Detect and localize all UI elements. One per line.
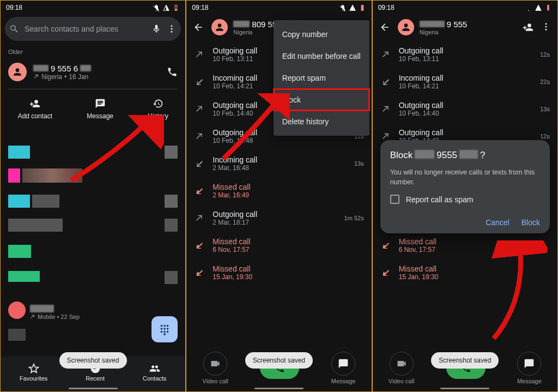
dialog-actions: Cancel Block <box>390 218 540 227</box>
message-icon <box>95 98 106 109</box>
status-icons <box>153 4 180 11</box>
outgoing-call-icon <box>194 105 205 113</box>
home-indicator <box>254 388 304 389</box>
videocam-icon <box>396 358 407 369</box>
more-icon[interactable] <box>167 24 177 34</box>
add-contact-icon[interactable] <box>523 22 533 33</box>
history-row[interactable]: Missed call6 Nov, 17:57 <box>373 232 557 259</box>
mic-icon[interactable] <box>151 24 161 34</box>
call-duration: 13s <box>540 106 550 112</box>
contact-name: 9 555 6 <box>33 64 160 73</box>
call-button[interactable] <box>167 67 178 77</box>
nav-favourites[interactable]: Favourites <box>20 363 47 382</box>
message-button[interactable]: Message <box>331 352 356 384</box>
contact-info: 9 555 6 Nigeria • 16 Jan <box>33 64 160 81</box>
video-call-button[interactable]: Video call <box>389 352 415 384</box>
call-type: Incoming call <box>399 74 533 82</box>
battery-low-icon <box>544 4 552 11</box>
dialpad-icon <box>159 323 171 335</box>
history-row[interactable]: Incoming call10 Feb, 14:2122s <box>373 68 557 95</box>
missed-call-icon <box>380 241 391 250</box>
menu-copy-number[interactable]: Copy number <box>274 23 369 45</box>
redacted-block <box>22 168 82 183</box>
add-contact-button[interactable]: Add contact <box>18 98 52 120</box>
signal-icon <box>162 4 170 11</box>
history-row[interactable]: Incoming call2 Mar, 16:4813s <box>186 150 371 177</box>
quick-actions: Add contact Message History <box>1 93 185 128</box>
call-type: Outgoing call <box>399 46 533 55</box>
history-row[interactable]: Missed call15 Jan, 19:30 <box>186 259 371 286</box>
cancel-button[interactable]: Cancel <box>486 218 510 227</box>
divider <box>8 89 178 89</box>
block-dialog: Block 9555 ? You will no longer receive … <box>380 140 550 233</box>
add-contact-icon <box>29 98 40 109</box>
call-time: 10 Feb, 14:40 <box>399 110 533 117</box>
status-bar: 09:18 <box>373 1 557 15</box>
outgoing-call-icon <box>380 50 391 59</box>
message-button[interactable]: Message <box>87 98 113 120</box>
history-row[interactable]: Missed call2 Mar, 16:49 <box>186 177 371 204</box>
home-indicator <box>440 388 489 389</box>
outgoing-call-icon <box>194 50 205 59</box>
menu-report-spam[interactable]: Report spam <box>274 67 369 89</box>
signal-icon <box>349 4 356 11</box>
checkbox-icon[interactable] <box>390 195 399 204</box>
redacted-block <box>8 168 20 183</box>
redacted-block <box>8 245 31 258</box>
video-call-button[interactable]: Video call <box>203 352 229 384</box>
svg-point-5 <box>161 325 163 327</box>
missed-call-icon <box>194 268 205 277</box>
call-time: 10 Feb, 14:48 <box>213 137 347 144</box>
history-row[interactable]: Outgoing call10 Feb, 13:1112s <box>373 41 557 68</box>
history-row[interactable]: Outgoing call10 Feb, 14:4013s <box>373 95 557 123</box>
svg-point-7 <box>167 325 169 327</box>
message-button[interactable]: Message <box>517 352 542 384</box>
history-row[interactable]: Outgoing call2 Mar, 18:171m 52s <box>186 204 371 232</box>
call-time: 2 Mar, 16:48 <box>213 164 347 172</box>
call-duration: 12s <box>540 133 550 140</box>
history-row[interactable]: Missed call15 Jan, 19:30 <box>373 259 557 286</box>
call-type: Incoming call <box>213 155 347 164</box>
missed-call-icon <box>194 241 205 250</box>
call-time: 10 Feb, 13:11 <box>399 55 533 63</box>
history-row[interactable]: Missed call6 Nov, 17:57 <box>186 232 371 259</box>
panel-block-dialog: 09:18 9 555 Nigeria Outgoing call10 Feb,… <box>372 0 558 392</box>
dialpad-fab[interactable] <box>151 316 178 342</box>
dialog-title: Block 9555 ? <box>390 150 540 161</box>
block-button[interactable]: Block <box>521 218 540 227</box>
more-icon[interactable] <box>541 22 551 32</box>
svg-point-13 <box>167 331 169 333</box>
screenshot-toast: Screenshot saved <box>431 352 499 369</box>
menu-edit-number[interactable]: Edit number before call <box>274 45 369 67</box>
svg-point-10 <box>167 328 169 330</box>
dialog-check-row[interactable]: Report call as spam <box>390 195 540 204</box>
screenshot-toast: Screenshot saved <box>59 352 127 369</box>
svg-point-16 <box>545 26 547 28</box>
status-bar: 09:18 <box>1 1 185 15</box>
contact-row[interactable]: 9 555 6 Nigeria • 16 Jan <box>1 58 185 86</box>
call-duration: 1m 52s <box>344 215 364 221</box>
panel-recents: 09:18 Search contacts and places Older 9… <box>0 0 186 392</box>
menu-block[interactable]: Block <box>274 89 369 111</box>
status-time: 09:18 <box>378 4 395 11</box>
call-time: 15 Jan, 19:30 <box>399 273 542 281</box>
svg-point-11 <box>161 331 163 333</box>
call-type: Outgoing call <box>213 210 336 219</box>
back-button[interactable] <box>191 22 206 33</box>
header-info: 9 555 Nigeria <box>420 20 517 35</box>
arrow-back-icon <box>193 22 204 33</box>
call-time: 2 Mar, 16:49 <box>213 191 356 199</box>
bell-off-icon <box>339 4 347 11</box>
nav-contacts[interactable]: Contacts <box>143 363 166 382</box>
svg-point-9 <box>163 328 166 330</box>
search-bar[interactable]: Search contacts and places <box>5 17 181 41</box>
outgoing-call-icon <box>380 105 391 113</box>
dialog-body: You will no longer receive calls or text… <box>390 167 540 187</box>
call-type: Missed call <box>399 237 542 246</box>
menu-delete-history[interactable]: Delete history <box>274 111 369 132</box>
history-button[interactable]: History <box>148 98 168 120</box>
svg-point-2 <box>171 25 173 27</box>
avatar <box>8 63 27 81</box>
call-type: Missed call <box>213 183 356 191</box>
back-button[interactable] <box>377 22 392 33</box>
